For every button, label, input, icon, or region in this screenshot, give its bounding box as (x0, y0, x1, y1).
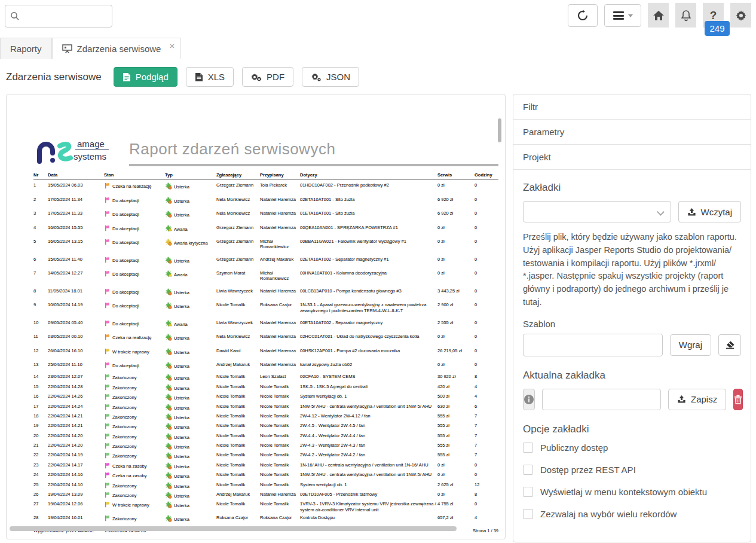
bookmark-select[interactable] (523, 201, 671, 222)
upload-template-button[interactable]: Wgraj (670, 334, 711, 356)
report-table-cell: 0 (475, 236, 498, 254)
delete-bookmark-button[interactable] (733, 389, 743, 410)
amage-systems-logo: amage systems (33, 135, 112, 166)
report-table-cell: 21 (33, 441, 48, 451)
search-input[interactable] (23, 11, 107, 21)
report-table-row: 115/05/2024 06.03Czeka na realizacjęUste… (33, 179, 498, 194)
report-table-cell: 10 (33, 317, 48, 331)
report-table-cell: 2W-4.2 - Wentylator 2W-4.2 / fan (300, 451, 437, 460)
save-bookmark-button[interactable]: Zapisz (668, 389, 726, 410)
report-table-cell: 0 (475, 285, 498, 299)
report-table-cell: Usterka (165, 461, 216, 471)
status-flag-icon (104, 182, 111, 189)
report-table-cell: 0 (475, 500, 498, 514)
report-table-cell: 0 (475, 208, 498, 221)
notifications-button[interactable] (675, 3, 696, 28)
bookmark-option-row: Wyświetlaj w menu kontekstowym obiektu (523, 487, 741, 497)
sidebar-section-filtr[interactable]: Filtr (513, 94, 751, 120)
column-header: Stan (104, 171, 165, 179)
checkbox-label: Zezwalaj na wybór wielu rekordów (540, 509, 677, 519)
report-table-cell: Roksana Czajor (260, 299, 300, 317)
report-table-row: 317/05/2024 11.33Do akceptacjiUsterkaNel… (33, 208, 498, 221)
preview-button[interactable]: Podgląd (114, 67, 177, 87)
home-button[interactable] (648, 3, 669, 28)
report-table-cell: Zakończony (104, 481, 165, 490)
type-icon (165, 393, 172, 401)
type-icon (165, 288, 172, 295)
button-label: JSON (326, 72, 350, 82)
template-input[interactable] (523, 334, 663, 356)
report-table-cell: 2W-4.4 - Wentylator 2W-4.4 / fan (300, 432, 437, 441)
report-table-cell: 0 (475, 345, 498, 359)
tab-raporty[interactable]: Raporty (0, 38, 52, 59)
report-table-cell: 19/04/2024 12.06 (48, 500, 104, 514)
report-table-cell: Grzegorz Ziemann (216, 222, 260, 236)
report-table-cell: 18 (33, 412, 48, 422)
report-table-cell: 2 (33, 194, 48, 208)
checkbox[interactable] (523, 443, 533, 453)
report-table-row: 217/05/2024 11.34Do akceptacjiUsterkaNel… (33, 194, 498, 208)
type-icon (165, 384, 172, 391)
horizontal-scrollbar-thumb[interactable] (10, 526, 457, 531)
report-table-cell: 14 (33, 373, 48, 382)
sidebar: FiltrParametryProjekt Zakładki Wczytaj P… (513, 94, 751, 542)
sidebar-section-parametry[interactable]: Parametry (513, 120, 751, 145)
report-table-cell: 23/04/2024 12.07 (48, 373, 104, 382)
type-icon (165, 443, 172, 450)
main-menu-button[interactable] (604, 4, 641, 27)
report-table-row: 1423/04/2024 12.07ZakończonyUsterkaNicol… (33, 373, 498, 382)
bookmark-info-button[interactable] (523, 389, 535, 410)
bookmark-name-input[interactable] (542, 389, 661, 410)
report-table-cell: Nataniel Haremza (260, 194, 300, 208)
checkbox[interactable] (523, 509, 533, 519)
report-table-cell: 2 555 zł (437, 317, 475, 331)
sidebar-section-projekt[interactable]: Projekt (513, 145, 751, 170)
checkbox[interactable] (523, 487, 533, 497)
tab-zdarzenia-serwisowe[interactable]: Zdarzenia serwisowe × (52, 38, 182, 59)
json-button[interactable]: JSON (302, 67, 359, 87)
report-table-cell: 14/05/2024 12.27 (48, 267, 104, 285)
report-table-cell: Nataniel Haremza (260, 317, 300, 331)
search-box[interactable] (5, 5, 112, 28)
report-table-cell: Usterka (165, 383, 216, 392)
status-flag-icon (104, 197, 111, 203)
report-table-cell: 0 zł (437, 471, 475, 480)
report-table-cell: 2 900 zł (437, 299, 475, 317)
report-table-cell: 00LCB13AP010 - Pompa kondensatu głównego… (300, 285, 437, 299)
template-description: Prześlij plik, który będzie używany jako… (523, 231, 741, 309)
report-table-cell: Nicole Tomalik (216, 432, 260, 441)
report-table-cell: Roksana Czajor (260, 514, 300, 523)
report-table-cell: 00HNA10AT001 - Kolumna deodoryzacyjna (300, 267, 437, 285)
toolbar: Zdarzenia serwisowe Podgląd XLS PDF JSON (0, 59, 756, 94)
report-table-row: 2022/04/2024 14.20ZakończonyUsterkaNicol… (33, 432, 498, 441)
report-table-row: 416/05/2024 15.55Do akceptacjiAwariaGrze… (33, 222, 498, 236)
clear-template-button[interactable] (718, 334, 741, 356)
report-page-1: amage systems Raport zdarzeń serwisowych… (7, 94, 505, 539)
status-flag-icon (104, 239, 111, 245)
report-table-cell: 00QEA10AN001 - SPRĘŻARKA POWIETRZA #1 (300, 222, 437, 236)
report-table-cell: Usterka (165, 359, 216, 373)
checkbox-label: Wyświetlaj w menu kontekstowym obiektu (540, 487, 707, 497)
type-icon (165, 462, 172, 469)
vertical-scrollbar-thumb[interactable] (498, 118, 501, 142)
help-button[interactable]: ? 249 (703, 3, 724, 28)
refresh-button[interactable] (568, 4, 598, 27)
settings-button[interactable] (730, 3, 751, 28)
report-table-row: 516/05/2024 13.15Do akceptacjiAwaria kry… (33, 236, 498, 254)
tab-close-icon[interactable]: × (169, 41, 175, 51)
checkbox[interactable] (523, 465, 533, 475)
report-table-cell: 555 zł (437, 451, 475, 460)
bookmark-options-heading: Opcje zakładki (523, 423, 741, 435)
report-table-cell: 17 (33, 402, 48, 412)
report-table-cell: Roksana Czajor (216, 514, 260, 523)
pdf-button[interactable]: PDF (242, 67, 293, 87)
report-table-row: 615/05/2024 11.40Do akceptacjiUsterkaGrz… (33, 254, 498, 267)
report-table-cell: Usterka (165, 194, 216, 208)
top-actions: ? 249 (568, 3, 751, 28)
report-table-cell: Szymon Marat (216, 267, 260, 285)
load-bookmark-button[interactable]: Wczytaj (678, 201, 742, 222)
xls-button[interactable]: XLS (186, 67, 234, 87)
status-flag-icon (104, 515, 111, 521)
report-table-cell: Grzegorz Ziemann (216, 236, 260, 254)
status-flag-icon (104, 320, 111, 327)
